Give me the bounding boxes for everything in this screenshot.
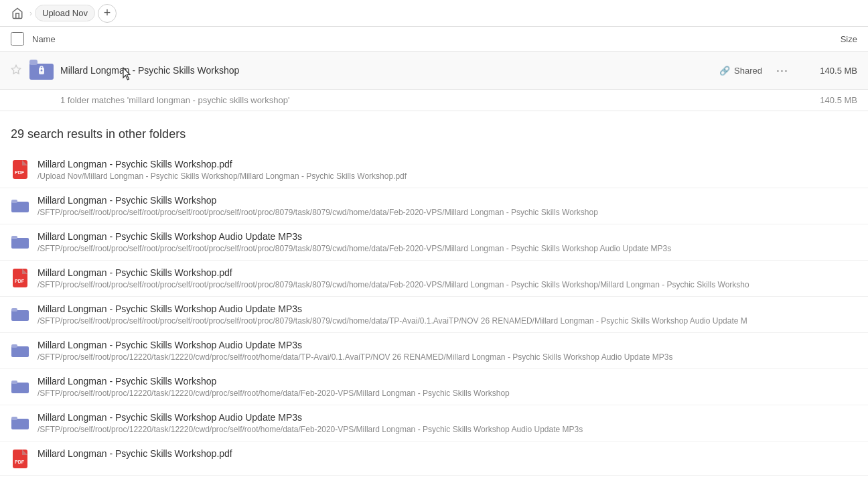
result-content: Millard Longman - Psychic Skills Worksho… xyxy=(38,448,857,461)
other-results-heading: 29 search results in other folders xyxy=(0,111,868,152)
breadcrumb-upload-nov[interactable]: Upload Nov xyxy=(35,5,95,21)
list-item[interactable]: Millard Longman - Psychic Skills Worksho… xyxy=(0,297,868,333)
list-item[interactable]: PDF Millard Longman - Psychic Skills Wor… xyxy=(0,441,868,476)
separator: › xyxy=(29,9,32,18)
main-result-row[interactable]: Millard Longman - Psychic Skills Worksho… xyxy=(0,52,868,90)
result-name: Millard Longman - Psychic Skills Worksho… xyxy=(38,376,857,387)
result-content: Millard Longman - Psychic Skills Worksho… xyxy=(38,267,857,289)
svg-rect-18 xyxy=(13,269,27,287)
link-icon: 🔗 xyxy=(719,66,730,76)
folder-icon xyxy=(11,305,29,324)
folder-icon xyxy=(11,196,29,215)
result-name: Millard Longman - Psychic Skills Worksho… xyxy=(38,303,857,314)
list-item[interactable]: PDF Millard Longman - Psychic Skills Wor… xyxy=(0,261,868,297)
pdf-icon: PDF xyxy=(11,450,29,468)
svg-rect-31 xyxy=(11,381,17,384)
shared-badge: 🔗 Shared xyxy=(719,66,762,76)
svg-rect-3 xyxy=(29,60,38,65)
result-name: Millard Longman - Psychic Skills Worksho… xyxy=(38,448,857,459)
list-item[interactable]: Millard Longman - Psychic Skills Worksho… xyxy=(0,405,868,441)
result-content: Millard Longman - Psychic Skills Worksho… xyxy=(38,340,857,362)
svg-rect-17 xyxy=(11,236,17,239)
main-result-size: 140.5 MB xyxy=(797,66,857,76)
svg-rect-25 xyxy=(11,308,17,312)
select-all-checkbox[interactable] xyxy=(11,32,24,46)
svg-text:PDF: PDF xyxy=(15,460,25,464)
main-result-name: Millard Longman - Psychic Skills Worksho… xyxy=(60,65,719,76)
add-tab-button[interactable]: + xyxy=(98,4,117,23)
match-summary: 1 folder matches 'millard longman - psyc… xyxy=(0,90,868,111)
result-content: Millard Longman - Psychic Skills Worksho… xyxy=(38,376,857,398)
search-results-list: PDF Millard Longman - Psychic Skills Wor… xyxy=(0,152,868,476)
svg-rect-34 xyxy=(11,417,17,420)
svg-text:PDF: PDF xyxy=(15,170,25,175)
result-path: /Upload Nov/Millard Longman - Psychic Sk… xyxy=(38,172,857,181)
list-item[interactable]: Millard Longman - Psychic Skills Worksho… xyxy=(0,333,868,369)
match-count-text: 1 folder matches 'millard longman - psyc… xyxy=(60,95,797,105)
folder-icon xyxy=(11,377,29,396)
result-name: Millard Longman - Psychic Skills Worksho… xyxy=(38,267,857,278)
svg-rect-7 xyxy=(13,160,27,179)
breadcrumb-bar: › Upload Nov + xyxy=(0,0,868,27)
folder-locked-icon xyxy=(29,58,54,82)
folder-icon xyxy=(11,341,29,360)
list-item[interactable]: Millard Longman - Psychic Skills Worksho… xyxy=(0,188,868,224)
list-item[interactable]: Millard Longman - Psychic Skills Worksho… xyxy=(0,224,868,261)
more-options-button[interactable]: ··· xyxy=(773,61,792,80)
result-content: Millard Longman - Psychic Skills Worksho… xyxy=(38,159,857,181)
star-icon[interactable] xyxy=(11,64,24,77)
list-item[interactable]: PDF Millard Longman - Psychic Skills Wor… xyxy=(0,152,868,188)
name-column-header: Name xyxy=(32,34,790,44)
result-name: Millard Longman - Psychic Skills Worksho… xyxy=(38,340,857,350)
folder-icon xyxy=(11,413,29,432)
result-path: /SFTP/proc/self/root/proc/12220/task/122… xyxy=(38,425,857,434)
list-item[interactable]: Millard Longman - Psychic Skills Worksho… xyxy=(0,369,868,405)
home-icon[interactable] xyxy=(8,4,27,23)
svg-rect-35 xyxy=(13,450,27,468)
result-content: Millard Longman - Psychic Skills Worksho… xyxy=(38,231,857,253)
svg-rect-14 xyxy=(11,200,17,203)
table-header: Name Size xyxy=(0,27,868,52)
pdf-icon: PDF xyxy=(11,269,29,287)
result-name: Millard Longman - Psychic Skills Worksho… xyxy=(38,195,857,206)
result-content: Millard Longman - Psychic Skills Worksho… xyxy=(38,195,857,217)
result-path: /SFTP/proc/self/root/proc/self/root/proc… xyxy=(38,316,857,326)
result-path: /SFTP/proc/self/root/proc/self/root/proc… xyxy=(38,280,857,289)
shared-label: Shared xyxy=(734,66,762,76)
result-path: /SFTP/proc/self/root/proc/12220/task/122… xyxy=(38,389,857,398)
result-path: /SFTP/proc/self/root/proc/self/root/proc… xyxy=(38,244,857,253)
svg-rect-28 xyxy=(11,344,17,348)
size-column-header: Size xyxy=(790,34,857,44)
svg-point-6 xyxy=(41,70,43,72)
result-name: Millard Longman - Psychic Skills Worksho… xyxy=(38,231,857,242)
result-name: Millard Longman - Psychic Skills Worksho… xyxy=(38,159,857,169)
svg-text:PDF: PDF xyxy=(15,279,25,283)
result-content: Millard Longman - Psychic Skills Worksho… xyxy=(38,303,857,326)
folder-icon xyxy=(11,232,29,251)
svg-marker-0 xyxy=(11,65,20,74)
result-path: /SFTP/proc/self/root/proc/self/root/proc… xyxy=(38,208,857,217)
match-size: 140.5 MB xyxy=(797,95,857,105)
result-name: Millard Longman - Psychic Skills Worksho… xyxy=(38,412,857,423)
pdf-icon: PDF xyxy=(11,160,29,179)
result-path: /SFTP/proc/self/root/proc/12220/task/122… xyxy=(38,352,857,362)
result-content: Millard Longman - Psychic Skills Worksho… xyxy=(38,412,857,434)
